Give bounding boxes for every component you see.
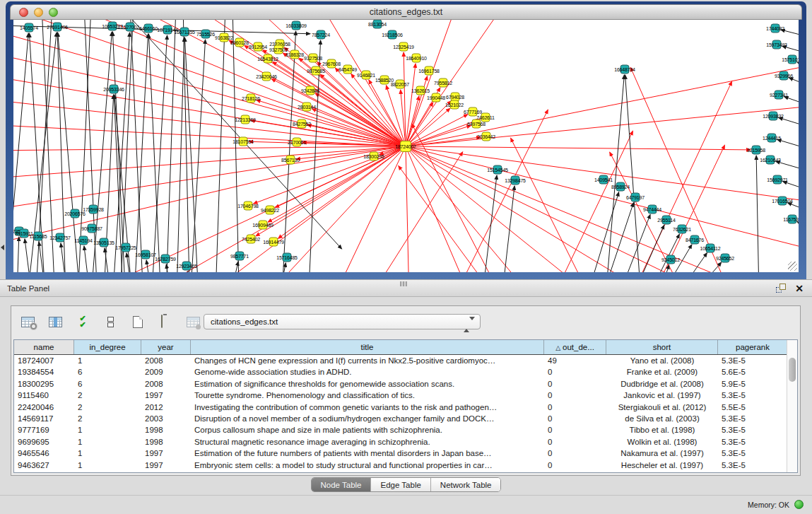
graph-node[interactable]: 17359928 (89, 205, 98, 214)
graph-node[interactable]: 9857771 (235, 252, 245, 261)
column-header-in_degree[interactable]: in_degree (74, 340, 141, 354)
graph-node[interactable]: 7955812 (439, 78, 448, 88)
graph-node[interactable]: 7515526 (201, 30, 211, 39)
split-pane-grip[interactable] (400, 281, 407, 286)
graph-node[interactable]: 1990448 (432, 93, 441, 103)
graph-node[interactable]: 16671355 (180, 28, 189, 37)
delete-column-button[interactable] (156, 313, 175, 331)
graph-node[interactable]: 8960128 (235, 38, 245, 47)
graph-node[interactable]: 1527002 (126, 23, 135, 32)
table-row[interactable]: 1938455462009Genome-wide association stu… (14, 366, 797, 378)
graph-node[interactable]: 12325419 (399, 42, 408, 52)
graph-node[interactable]: 90975887 (88, 224, 97, 233)
window-titlebar[interactable]: citations_edges.txt (10, 4, 802, 20)
canvas-resize-grip[interactable] (788, 262, 797, 271)
graph-node[interactable]: 13505135 (100, 238, 109, 247)
graph-node[interactable]: 9163822 (220, 33, 229, 42)
table-row[interactable]: 2242004622012Investigating the contribut… (14, 402, 797, 413)
graph-node[interactable]: 17046798 (244, 201, 253, 211)
graph-node[interactable]: 1244415 (767, 134, 777, 143)
graph-node[interactable]: 18300295 (370, 152, 379, 161)
table-row[interactable]: 1830029562008Estimation of significance … (14, 378, 797, 390)
graph-node[interactable]: 1588520 (380, 76, 389, 85)
graph-node[interactable]: 16543812 (264, 54, 273, 64)
graph-node[interactable]: 15154545 (493, 165, 502, 175)
graph-node[interactable]: 10654112 (706, 244, 715, 253)
graph-node[interactable]: 13298475 (511, 176, 520, 185)
graph-node[interactable]: 1115685 (34, 232, 43, 241)
graph-node[interactable]: 2718126 (247, 94, 256, 103)
graph-node[interactable]: 10653287 (108, 22, 117, 31)
graph-node[interactable]: 1744082 (771, 24, 780, 33)
table-row[interactable]: 1456911722003Disruption of a novel membe… (14, 413, 797, 424)
graph-node[interactable]: 9242848 (306, 86, 315, 95)
graph-node[interactable]: 18724007 (400, 141, 411, 152)
tab-network-table[interactable]: Network Table (430, 478, 501, 491)
table-scrollbar[interactable] (787, 340, 797, 472)
graph-node[interactable]: 2170061 (293, 138, 302, 147)
graph-node[interactable]: 2955114 (662, 216, 671, 225)
graph-node[interactable]: 20206576 (71, 209, 80, 218)
graph-node[interactable]: 1362615 (416, 86, 425, 95)
graph-node[interactable]: 19218506 (388, 30, 397, 40)
graph-node[interactable]: 1167533 (788, 215, 797, 224)
create-column-button[interactable] (129, 313, 147, 331)
graph-node[interactable]: 6497568 (472, 119, 481, 129)
graph-node[interactable]: 6466160 (144, 24, 153, 33)
unselect-all-columns-button[interactable] (101, 313, 119, 331)
table-row[interactable]: 911546021997Tourette syndrome. Phenomeno… (14, 390, 797, 401)
graph-node[interactable]: 12093832 (769, 112, 778, 121)
graph-node[interactable]: 17957225 (122, 243, 131, 252)
graph-node[interactable]: 15973493 (772, 40, 782, 49)
graph-node[interactable]: 12213369 (241, 115, 250, 124)
close-panel-button[interactable]: ✕ (795, 282, 804, 295)
show-columns-button[interactable] (46, 313, 64, 331)
column-header-name[interactable]: name (14, 340, 74, 354)
graph-node[interactable]: 12923465 (182, 262, 192, 271)
column-header-year[interactable]: year (141, 340, 191, 354)
graph-node[interactable]: 20053346 (110, 85, 119, 94)
graph-node[interactable]: 9329966 (779, 71, 789, 81)
graph-node[interactable]: 15716485 (283, 253, 292, 262)
graph-node[interactable]: 1409541 (599, 175, 608, 185)
graph-node[interactable]: 8186328 (290, 50, 300, 59)
graph-node[interactable]: 8427552 (298, 119, 307, 129)
graph-node[interactable]: 9146821 (362, 71, 371, 80)
graph-node[interactable]: 1405574 (25, 23, 34, 33)
graph-node[interactable]: 7425402 (247, 235, 256, 244)
graph-node[interactable]: 23420046 (262, 72, 271, 81)
table-settings-button[interactable] (18, 313, 37, 331)
select-all-columns-button[interactable]: ✔✔ (73, 313, 92, 331)
scrollbar-thumb[interactable] (789, 358, 796, 382)
tab-edge-table[interactable]: Edge Table (370, 478, 430, 491)
graph-node[interactable]: 8454749 (343, 65, 353, 74)
table-row[interactable]: 969969511998Structural magnetic resonanc… (14, 436, 797, 448)
graph-node[interactable]: 16909489 (259, 221, 268, 230)
graph-node[interactable]: 16648784 (620, 65, 630, 74)
graph-node[interactable]: 17016504 (778, 197, 787, 206)
graph-node[interactable]: 9875685 (312, 66, 321, 76)
graph-node[interactable]: 3915911 (20, 229, 29, 238)
column-header-short[interactable]: short (606, 340, 718, 354)
graph-node[interactable]: 15751074 (788, 55, 797, 64)
graph-node[interactable]: 16033809 (292, 21, 301, 30)
graph-node[interactable]: 9245012 (666, 255, 676, 264)
graph-node[interactable]: 18107554 (239, 137, 248, 146)
graph-node[interactable]: 15692971 (773, 175, 782, 185)
graph-node[interactable]: 16961758 (425, 66, 434, 76)
graph-node[interactable]: 1621022 (450, 100, 459, 110)
graph-node[interactable]: 9327508 (309, 54, 318, 63)
table-row[interactable]: 977716911998Corpus callosum shape and si… (14, 424, 797, 436)
float-panel-button[interactable] (776, 284, 787, 294)
graph-node[interactable]: 16958107 (141, 250, 151, 259)
graph-node[interactable]: 7462611 (481, 113, 490, 122)
splitter-collapse-arrow[interactable] (1, 245, 4, 250)
graph-node[interactable]: 8215958 (752, 146, 761, 155)
graph-node[interactable]: 12342757 (56, 233, 65, 243)
graph-node[interactable]: 8471676 (690, 235, 700, 245)
table-row[interactable]: 946554611997Estimation of the future num… (14, 448, 797, 459)
tab-node-table[interactable]: Node Table (312, 478, 371, 491)
graph-node[interactable]: 8813054 (373, 20, 382, 29)
graph-node[interactable]: 9498222 (266, 206, 275, 215)
graph-node[interactable]: 18640910 (412, 54, 421, 63)
